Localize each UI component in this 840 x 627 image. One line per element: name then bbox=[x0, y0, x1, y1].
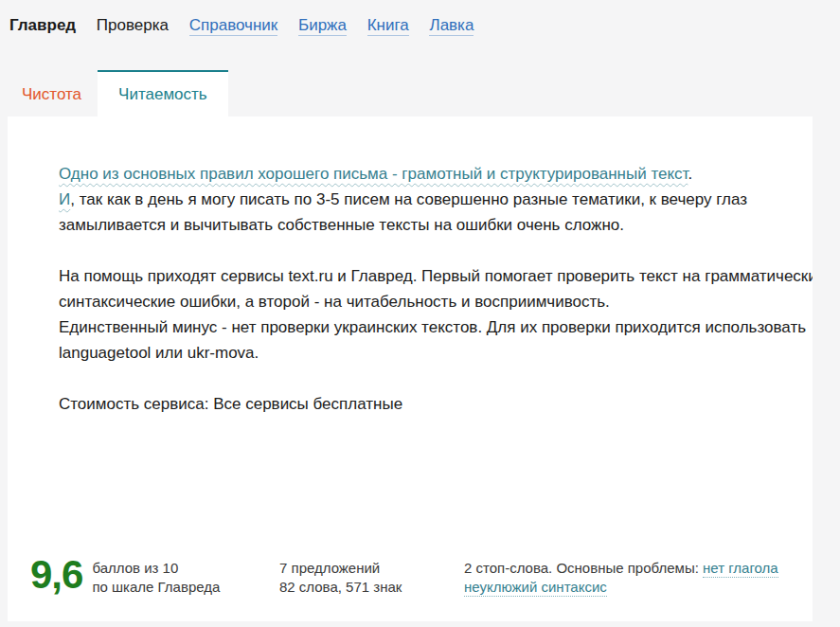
sentence-count: 7 предложений bbox=[279, 559, 464, 578]
counts-block: 7 предложений 82 слова, 571 знак bbox=[279, 559, 464, 597]
analyzed-text: Одно из основных правил хорошего письма … bbox=[59, 161, 794, 417]
nav-item-lavka[interactable]: Лавка bbox=[429, 16, 474, 36]
nav-item-glavred[interactable]: Главред bbox=[9, 16, 76, 34]
text-line: Единственный минус - нет проверки украин… bbox=[59, 314, 794, 340]
word-char-count: 82 слова, 571 знак bbox=[279, 578, 464, 597]
text-line: languagetool или ukr-mova. bbox=[59, 340, 794, 366]
result-panel: Одно из основных правил хорошего письма … bbox=[8, 116, 813, 621]
plain-text: замыливается и вычитывать собственные те… bbox=[59, 216, 624, 234]
problem-link-no-verb[interactable]: нет глагола bbox=[703, 560, 778, 578]
stats-footer: 9,6 баллов из 10 по шкале Главреда 7 пре… bbox=[30, 559, 794, 597]
paragraph: На помощь приходят сервисы text.ru и Гла… bbox=[59, 263, 794, 366]
problems-prefix: 2 стоп-слова. Основные проблемы: bbox=[464, 560, 703, 576]
tab-chitaemost[interactable]: Читаемость bbox=[98, 70, 228, 116]
text-line: Стоимость сервиса: Все сервисы бесплатны… bbox=[59, 391, 794, 417]
text-line: Одно из основных правил хорошего письма … bbox=[59, 161, 794, 187]
highlighted-problem-text[interactable]: И bbox=[59, 190, 70, 208]
plain-text: languagetool или ukr-mova. bbox=[59, 344, 259, 362]
text-line: На помощь приходят сервисы text.ru и Гла… bbox=[59, 263, 794, 289]
score-label-line2: по шкале Главреда bbox=[92, 578, 220, 597]
nav-item-proverka[interactable]: Проверка bbox=[97, 16, 169, 34]
score-label: баллов из 10 по шкале Главреда bbox=[92, 559, 220, 597]
nav-item-kniga[interactable]: Книга bbox=[367, 16, 409, 36]
text-line: синтаксические ошибки, а второй - на чит… bbox=[59, 289, 794, 314]
plain-text: Стоимость сервиса: Все сервисы бесплатны… bbox=[59, 395, 402, 413]
highlighted-problem-text[interactable]: Одно из основных правил хорошего письма … bbox=[59, 165, 688, 183]
tab-bar: Чистота Читаемость bbox=[0, 70, 840, 116]
score-label-line1: баллов из 10 bbox=[92, 559, 220, 578]
score-value: 9,6 bbox=[30, 559, 82, 591]
tab-chistota[interactable]: Чистота bbox=[22, 85, 81, 116]
plain-text: . bbox=[688, 165, 693, 183]
paragraph: Одно из основных правил хорошего письма … bbox=[59, 161, 794, 238]
nav-item-spravochnik[interactable]: Справочник bbox=[189, 16, 278, 36]
plain-text: На помощь приходят сервисы text.ru и Гла… bbox=[59, 267, 813, 285]
problems-block: 2 стоп-слова. Основные проблемы: нет гла… bbox=[464, 559, 794, 597]
text-line: И, так как в день я могу писать по 3-5 п… bbox=[59, 187, 794, 212]
plain-text: синтаксические ошибки, а второй - на чит… bbox=[59, 293, 610, 311]
problem-link-awkward-syntax[interactable]: неуклюжий синтаксис bbox=[464, 579, 607, 597]
score-block: 9,6 баллов из 10 по шкале Главреда bbox=[30, 559, 279, 597]
top-navigation: Главред Проверка Справочник Биржа Книга … bbox=[0, 0, 840, 35]
paragraph: Стоимость сервиса: Все сервисы бесплатны… bbox=[59, 391, 794, 417]
text-line: замыливается и вычитывать собственные те… bbox=[59, 212, 794, 238]
plain-text: Единственный минус - нет проверки украин… bbox=[59, 318, 806, 336]
plain-text: , так как в день я могу писать по 3-5 пи… bbox=[70, 190, 747, 208]
nav-item-birzha[interactable]: Биржа bbox=[298, 16, 347, 36]
